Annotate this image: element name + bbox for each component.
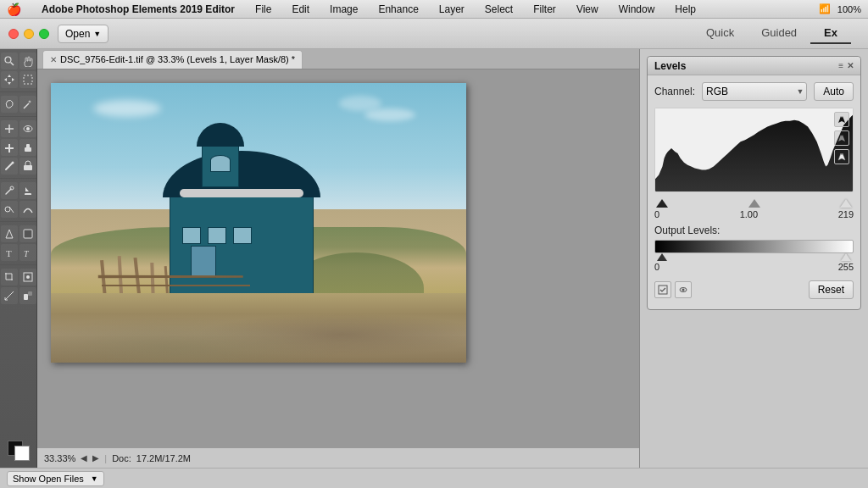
text-tool[interactable]: T [1,244,18,261]
text-style-tool[interactable]: T [19,244,36,261]
svg-rect-28 [659,286,667,294]
gray-point-eyedropper[interactable] [834,130,849,146]
arrow-left[interactable]: ◀ [81,453,87,463]
output-black-slider[interactable] [657,253,667,261]
tab-expert[interactable]: Ex [810,23,851,44]
levels-panel: Levels ≡ ✕ Channel: RGB Red [647,56,861,310]
sharpen-tool[interactable] [1,225,18,242]
menu-edit[interactable]: Edit [288,3,313,15]
marquee-tool[interactable] [19,71,36,88]
magic-wand-tool[interactable] [19,96,36,113]
app-name: Adobe Photoshop Elements 2019 Editor [38,3,238,15]
eyeball-tool[interactable] [19,120,36,137]
svg-line-1 [10,63,14,66]
measure-tool[interactable] [1,287,18,304]
levels-titlebar: Levels ≡ ✕ [648,57,860,75]
zoom-level: 33.33% [44,453,75,463]
background-color[interactable] [14,446,30,461]
canvas-scroll-area[interactable] [37,69,639,468]
output-label: Output Levels: [654,225,854,236]
minimize-button[interactable] [24,29,34,39]
healing-tool[interactable] [1,139,18,156]
open-button[interactable]: Open ▼ [58,25,108,43]
brush-tool[interactable] [1,182,18,199]
svg-line-10 [6,164,12,169]
tool-group-2 [1,71,36,88]
menu-image[interactable]: Image [326,3,361,15]
svg-rect-2 [24,75,32,84]
levels-bottom-row: Reset [654,277,854,302]
doc-label: Doc: [112,453,131,463]
rect-select[interactable] [19,225,36,242]
white-point-eyedropper[interactable] [834,149,849,164]
menu-help[interactable]: Help [671,3,699,15]
output-gradient [654,240,854,253]
svg-rect-15 [25,193,31,195]
menu-bar: 🍎 Adobe Photoshop Elements 2019 Editor F… [0,0,868,19]
channel-select-wrap[interactable]: RGB Red Green Blue ▼ [702,82,807,101]
open-files-arrow: ▼ [91,474,98,483]
black-point-eyedropper[interactable] [834,112,849,127]
panel-options-icon[interactable]: ≡ [838,61,843,70]
menu-select[interactable]: Select [481,3,516,15]
tab-close-icon[interactable]: ✕ [50,55,57,64]
output-white-slider[interactable] [841,253,851,261]
crop-tool[interactable] [1,269,18,286]
blur-tool[interactable] [1,201,18,218]
paint-tool[interactable] [1,158,18,175]
svg-rect-12 [24,165,32,170]
levels-preview-toggle[interactable] [654,281,671,298]
add-layer-tool[interactable] [1,120,18,137]
battery-status: 100% [837,4,861,14]
svg-rect-26 [28,291,32,296]
shape-tool[interactable] [19,287,36,304]
tab-quick[interactable]: Quick [693,23,748,44]
canvas-image [51,83,466,363]
maximize-button[interactable] [39,29,49,39]
traffic-lights [8,29,49,39]
tab-guided[interactable]: Guided [748,23,810,44]
eraser-tool[interactable] [19,158,36,175]
svg-point-11 [11,162,14,164]
svg-line-22 [5,291,14,300]
open-files-dropdown[interactable]: Show Open Files ▼ [7,471,104,486]
hand-tool[interactable] [19,53,36,69]
menu-view[interactable]: View [573,3,602,15]
reset-button[interactable]: Reset [809,280,854,299]
open-files-label: Show Open Files [13,474,84,484]
canvas-area: ✕ DSC_9756-Edit-1.tif @ 33.3% (Levels 1,… [37,49,639,468]
auto-button[interactable]: Auto [814,82,854,101]
apple-logo[interactable]: 🍎 [7,3,21,16]
close-button[interactable] [8,29,19,39]
channel-select[interactable]: RGB Red Green Blue [702,82,807,101]
svg-line-3 [24,103,29,108]
panel-close-icon[interactable]: ✕ [847,61,854,70]
move-tool[interactable] [1,71,18,88]
menu-enhance[interactable]: Enhance [375,3,421,15]
black-input-slider[interactable] [656,199,668,208]
white-input-slider[interactable] [840,199,852,208]
menu-file[interactable]: File [252,3,275,15]
smudge-tool[interactable] [19,201,36,218]
lasso-tool[interactable] [1,96,18,113]
status-divider: | [104,453,107,463]
stamp-tool[interactable] [19,139,36,156]
input-white-value: 219 [838,209,854,219]
svg-point-0 [5,57,11,63]
open-label: Open [65,28,90,40]
document-tab[interactable]: ✕ DSC_9756-Edit-1.tif @ 33.3% (Levels 1,… [42,50,303,69]
tab-bar: ✕ DSC_9756-Edit-1.tif @ 33.3% (Levels 1,… [37,49,639,69]
levels-eye-toggle[interactable] [675,281,692,298]
output-values: 0 255 [654,262,854,272]
svg-point-30 [682,289,685,291]
open-dropdown-arrow: ▼ [93,30,101,38]
svg-rect-17 [24,230,32,238]
gray-input-slider[interactable] [748,199,760,208]
menu-filter[interactable]: Filter [530,3,559,15]
arrow-right[interactable]: ▶ [92,453,99,463]
menu-layer[interactable]: Layer [436,3,468,15]
menu-window[interactable]: Window [615,3,659,15]
zoom-tool[interactable] [1,53,18,69]
fill-tool[interactable] [19,182,36,199]
crop-alt-tool[interactable] [19,269,36,286]
